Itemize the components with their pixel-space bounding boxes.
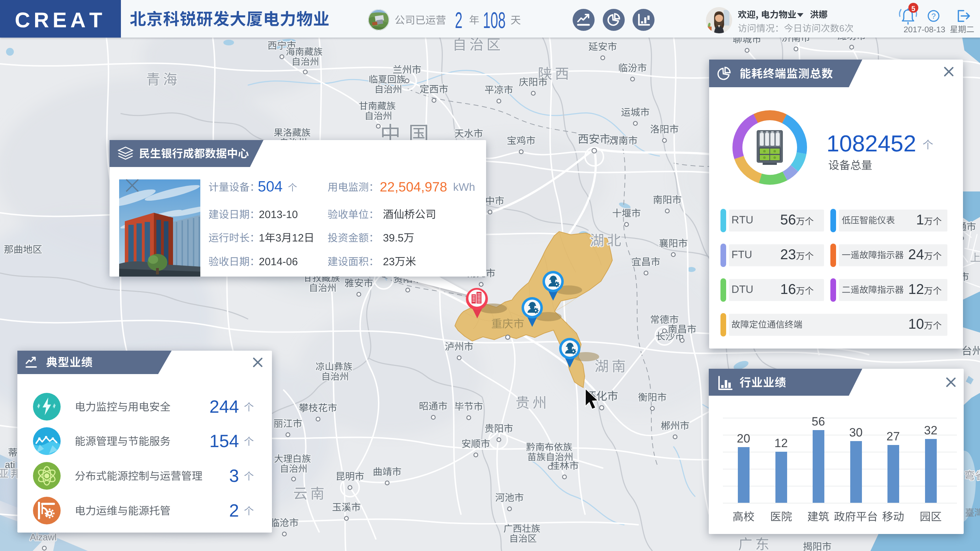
svg-text:?: ? (931, 12, 936, 21)
